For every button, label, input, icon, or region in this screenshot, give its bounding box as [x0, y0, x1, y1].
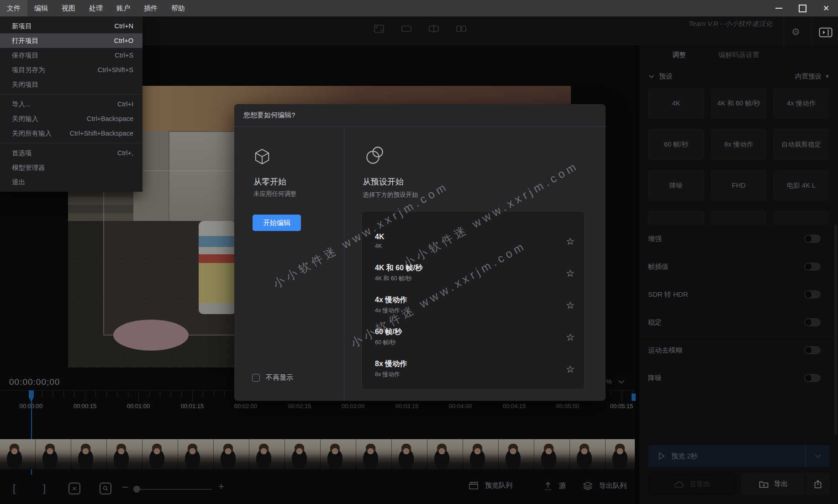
menu-item-shortcut: Ctrl+Shift+S [98, 66, 133, 74]
menu-separator [0, 143, 142, 143]
window-controls: ✕ [767, 0, 838, 16]
menubar-item-edit[interactable]: 编辑 [27, 0, 55, 16]
menu-item-shortcut: Ctrl+O [114, 37, 133, 44]
menu-item-shortcut: Ctrl+S [115, 52, 133, 59]
menu-item-label: 导入... [12, 100, 31, 109]
preset-subtitle: 60 帧/秒 [375, 339, 402, 346]
menu-item-label: 关闭所有输入 [12, 129, 52, 138]
preset-title: 8x 慢动作 [375, 359, 407, 369]
favorite-star-icon[interactable]: ☆ [566, 268, 574, 278]
start-from-scratch-subheading: 未应用任何调整 [253, 190, 297, 198]
start-from-preset-heading: 从预设开始 [363, 176, 404, 187]
menu-item-label: 模型管理器 [12, 163, 45, 172]
menu-item-new-project[interactable]: 新项目 Ctrl+N [0, 19, 142, 33]
menu-item-save-project[interactable]: 保存项目 Ctrl+S [0, 48, 142, 63]
dont-show-again-checkbox[interactable] [252, 374, 260, 382]
preset-subtitle: 4K 和 60 帧/秒 [375, 275, 422, 283]
preset-subtitle: 4x 慢动作 [375, 307, 407, 315]
menubar-item-process[interactable]: 处理 [82, 0, 110, 16]
maximize-button[interactable] [791, 0, 814, 16]
favorite-star-icon[interactable]: ☆ [566, 236, 574, 246]
start-editing-button[interactable]: 开始编辑 [253, 215, 301, 231]
minimize-icon [775, 8, 782, 9]
menu-item-label: 打开项目 [12, 37, 38, 45]
preset-title: 4K [375, 233, 384, 241]
menubar-item-file[interactable]: 文件 [0, 0, 27, 16]
dialog-preset-item-60fps[interactable]: 60 帧/秒60 帧/秒 ☆ [375, 321, 574, 353]
cube-icon [253, 148, 271, 167]
menu-item-label: 新项目 [12, 22, 32, 31]
file-menu-dropdown: 新项目 Ctrl+N 打开项目 Ctrl+O 保存项目 Ctrl+S 项目另存为… [0, 16, 142, 192]
menubar-item-help[interactable]: 帮助 [164, 0, 192, 16]
dialog-title: 您想要如何编辑? [234, 104, 606, 127]
menu-item-label: 关闭输入 [12, 115, 38, 123]
overlapping-circles-icon [364, 145, 385, 167]
dialog-preset-item-4x-slowmo[interactable]: 4x 慢动作4x 慢动作 ☆ [375, 289, 574, 321]
menu-item-shortcut: Ctrl+I [117, 100, 133, 108]
dialog-column-divider [344, 126, 344, 401]
edit-mode-dialog: 您想要如何编辑? 从零开始 未应用任何调整 开始编辑 不再显示 从预设开始 选择… [234, 104, 606, 401]
dont-show-again-label: 不再显示 [266, 373, 293, 382]
menu-item-preferences[interactable]: 首选项 Ctrl+, [0, 146, 142, 160]
preset-title: 4K 和 60 帧/秒 [375, 263, 422, 273]
dialog-preset-item-4k60[interactable]: 4K 和 60 帧/秒4K 和 60 帧/秒 ☆ [375, 257, 574, 289]
close-button[interactable]: ✕ [814, 0, 838, 16]
menu-separator [0, 94, 142, 94]
dialog-preset-item-4k[interactable]: 4K4K ☆ [375, 225, 574, 257]
start-from-scratch-heading: 从零开始 [253, 176, 286, 187]
preset-title: 4x 慢动作 [375, 295, 407, 305]
titlebar: 文件 编辑 视图 处理 账户 插件 帮助 ✕ [0, 0, 838, 16]
app-window: 文件 编辑 视图 处理 账户 插件 帮助 ✕ Team V.R - 小小软件迷汉… [0, 0, 838, 504]
menu-item-shortcut: Ctrl+Backspace [87, 115, 133, 122]
menu-item-close-all-inputs[interactable]: 关闭所有输入 Ctrl+Shift+Backspace [0, 126, 142, 141]
menu-item-label: 首选项 [12, 149, 32, 158]
menu-item-import[interactable]: 导入... Ctrl+I [0, 97, 142, 111]
menu-item-open-project[interactable]: 打开项目 Ctrl+O [0, 33, 142, 48]
close-icon: ✕ [823, 5, 829, 12]
menu-item-exit[interactable]: 退出 [0, 175, 142, 189]
preset-subtitle: 8x 慢动作 [375, 371, 407, 378]
menu-item-close-input[interactable]: 关闭输入 Ctrl+Backspace [0, 111, 142, 126]
menubar-item-account[interactable]: 账户 [110, 0, 137, 16]
preset-title: 60 帧/秒 [375, 327, 402, 337]
dont-show-again-control: 不再显示 [252, 373, 293, 382]
maximize-icon [799, 5, 806, 12]
menu-item-shortcut: Ctrl+N [115, 22, 134, 30]
menu-item-label: 保存项目 [12, 51, 38, 60]
menu-item-label: 项目另存为 [12, 66, 45, 74]
menu-item-model-manager[interactable]: 模型管理器 [0, 160, 142, 175]
menubar-item-view[interactable]: 视图 [55, 0, 82, 16]
favorite-star-icon[interactable]: ☆ [566, 332, 574, 342]
menu-item-shortcut: Ctrl+, [117, 149, 133, 157]
minimize-button[interactable] [767, 0, 791, 16]
favorite-star-icon[interactable]: ☆ [566, 300, 574, 310]
dialog-preset-list: 4K4K ☆ 4K 和 60 帧/秒4K 和 60 帧/秒 ☆ 4x 慢动作4x… [361, 211, 585, 390]
menubar-item-plugins[interactable]: 插件 [137, 0, 164, 16]
menu-item-shortcut: Ctrl+Shift+Backspace [70, 130, 133, 137]
start-from-preset-subheading: 选择下方的预设开始 [363, 191, 418, 199]
menu-item-label: 关闭项目 [12, 80, 38, 89]
favorite-star-icon[interactable]: ☆ [566, 364, 574, 374]
preset-subtitle: 4K [375, 243, 384, 249]
menu-item-save-project-as[interactable]: 项目另存为 Ctrl+Shift+S [0, 63, 142, 77]
menu-item-label: 退出 [12, 178, 25, 187]
dialog-preset-item-8x-slowmo[interactable]: 8x 慢动作8x 慢动作 ☆ [375, 353, 574, 385]
menu-item-close-project[interactable]: 关闭项目 [0, 77, 142, 92]
